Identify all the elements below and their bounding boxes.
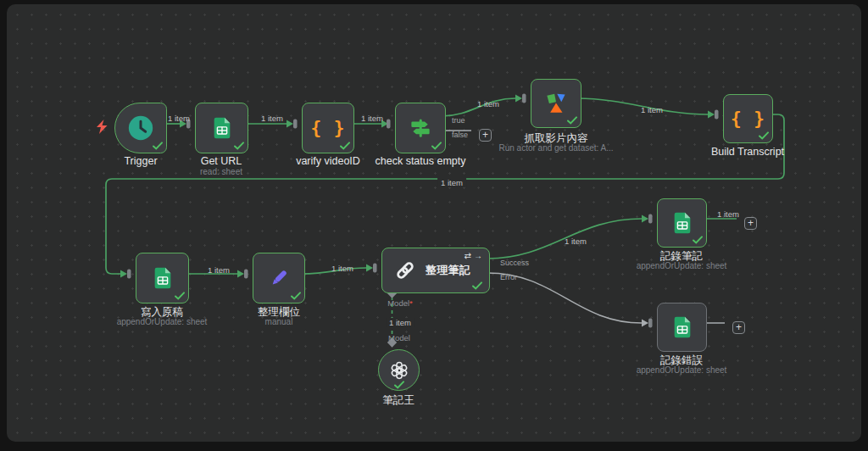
chain-link-icon xyxy=(394,259,416,281)
google-sheets-icon xyxy=(210,116,234,140)
port-label-model-required: Model* xyxy=(387,298,413,308)
node-sublabel-tidy-fields: manual xyxy=(265,317,293,326)
node-build-transcript[interactable]: { } xyxy=(723,94,773,143)
node-get-url[interactable] xyxy=(195,103,248,153)
port-label-error: Error xyxy=(500,273,517,281)
node-check-status-empty[interactable] xyxy=(395,103,446,153)
wire-label-items: 1 item xyxy=(386,318,415,327)
node-organize-notes[interactable]: 整理筆記 ⇄→ xyxy=(381,248,490,293)
wire-label-items: 1 item xyxy=(437,178,466,187)
wire-label-items: 1 item xyxy=(641,105,663,114)
node-label-notes-king: 筆記王 xyxy=(382,393,415,408)
switch-signpost-icon xyxy=(408,115,433,141)
clock-icon xyxy=(126,114,155,142)
connections-layer xyxy=(7,4,861,442)
success-checkmark-icon xyxy=(153,142,163,150)
port-label-false: false xyxy=(452,131,468,139)
google-sheets-icon xyxy=(670,211,694,235)
wire-label-items: 1 item xyxy=(565,237,587,246)
node-label-build-transcript: Build Transcript xyxy=(711,146,784,158)
input-arrowhead-grey xyxy=(642,320,648,327)
pencil-icon xyxy=(267,266,291,290)
node-write-draft[interactable] xyxy=(136,253,189,303)
node-label-check-status: check status empty xyxy=(376,155,466,167)
node-sublabel-fetch-video: Run actor and get dataset: A... xyxy=(498,143,613,153)
n8n-window: { } { } xyxy=(0,0,868,451)
wire-label-items: 1 item xyxy=(261,114,283,123)
success-checkmark-icon xyxy=(340,142,350,150)
add-node-button-false[interactable]: + xyxy=(479,129,492,142)
node-fetch-video-content[interactable] xyxy=(531,79,581,128)
success-checkmark-icon xyxy=(567,116,577,125)
node-sublabel-record-notes: appendOrUpdate: sheet xyxy=(637,261,727,270)
wire-label-items: 1 item xyxy=(168,114,190,123)
node-sublabel-get-url: read: sheet xyxy=(200,167,242,176)
wire-label-items: 1 item xyxy=(477,99,499,109)
node-label-varify-videoid: varify videoID xyxy=(296,155,360,167)
success-checkmark-icon xyxy=(431,142,442,150)
google-sheets-icon xyxy=(151,266,175,290)
port-label-true: true xyxy=(452,116,465,125)
node-notes-king[interactable] xyxy=(378,349,420,391)
success-checkmark-icon xyxy=(759,131,769,140)
node-tidy-fields[interactable] xyxy=(253,253,305,303)
arrow-right-icon: → xyxy=(474,251,482,260)
success-checkmark-icon xyxy=(472,281,482,290)
workflow-canvas[interactable]: { } { } xyxy=(7,4,861,442)
apify-icon xyxy=(543,91,569,116)
success-checkmark-icon xyxy=(175,292,185,300)
code-braces-icon: { } xyxy=(311,120,346,137)
node-record-errors[interactable] xyxy=(657,303,707,352)
port-label-model: Model xyxy=(388,333,410,342)
node-title: 整理筆記 xyxy=(426,263,470,278)
add-node-button-recorderrors[interactable]: + xyxy=(732,321,745,334)
success-checkmark-icon xyxy=(394,381,404,389)
wire-label-items: 1 item xyxy=(331,264,353,273)
retry-loop-icon: ⇄ xyxy=(465,251,471,260)
node-trigger[interactable] xyxy=(114,103,167,153)
lightning-bolt-icon xyxy=(97,120,108,134)
google-sheets-icon xyxy=(670,315,694,339)
success-checkmark-icon xyxy=(234,142,244,150)
wire-label-items: 1 item xyxy=(717,209,739,219)
node-varify-videoid[interactable]: { } xyxy=(302,103,354,153)
openai-icon xyxy=(389,360,409,381)
node-label-trigger: Trigger xyxy=(124,155,157,167)
node-record-notes[interactable] xyxy=(657,198,707,248)
add-node-button-recordnotes[interactable]: + xyxy=(744,217,757,230)
success-checkmark-icon xyxy=(291,292,301,300)
success-checkmark-icon xyxy=(693,236,703,244)
port-label-success: Success xyxy=(500,259,529,267)
wire-label-items: 1 item xyxy=(361,114,383,123)
code-braces-icon: { } xyxy=(731,110,765,128)
node-label-get-url: Get URL xyxy=(201,155,242,167)
wire-label-items: 1 item xyxy=(208,265,230,275)
node-sublabel-record-errors: appendOrUpdate: sheet xyxy=(637,365,727,375)
node-sublabel-write-draft: appendOrUpdate: sheet xyxy=(117,317,208,326)
